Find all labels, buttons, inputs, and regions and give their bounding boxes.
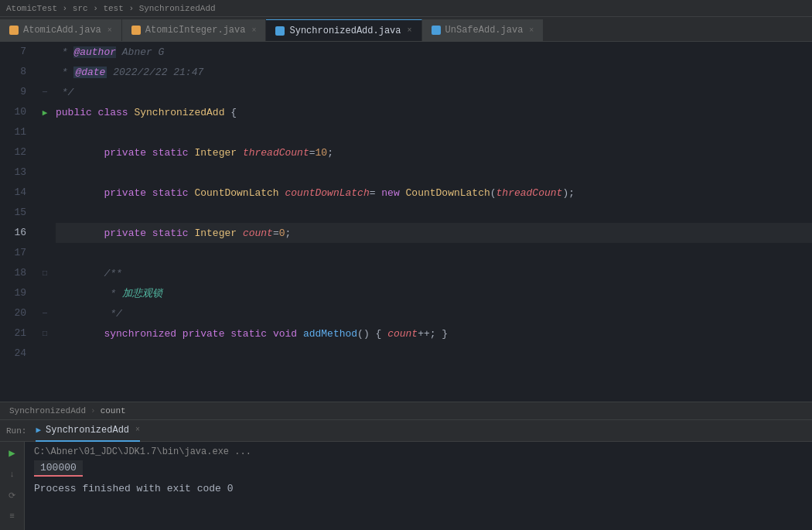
code-7-prefix: * — [56, 46, 73, 58]
line-num-20: 20 — [0, 303, 31, 323]
gutter-11 — [37, 122, 53, 142]
run-result: 100000 — [34, 460, 83, 477]
tab-icon-atomic-integer — [131, 26, 141, 35]
run-settings-button[interactable]: ≡ — [4, 508, 21, 525]
tab-close-atomic-add[interactable]: × — [107, 26, 112, 35]
code-14-eq: = — [370, 187, 382, 199]
run-panel: Run: ▶ SynchronizedAdd × ▶ ↓ ⟳ ≡ 📌 C:\Ab… — [0, 420, 812, 530]
tab-synchronized-add[interactable]: SynchronizedAdd.java × — [266, 19, 421, 41]
line-num-12: 12 — [0, 142, 31, 162]
tab-unsafe-add[interactable]: UnSafeAdd.java × — [422, 19, 544, 41]
line-num-18: 18 — [0, 263, 31, 283]
code-line-19: * 加悲观锁 — [56, 283, 812, 303]
code-line-15 — [56, 203, 812, 223]
tab-label-synchronized-add: SynchronizedAdd.java — [289, 26, 401, 36]
code-line-16: private static Integer count=0; — [56, 223, 812, 243]
code-14-new: new — [381, 187, 405, 199]
gutter-16 — [37, 223, 53, 243]
code-12-private: private — [104, 147, 152, 159]
code-14-arg: threadCount — [496, 187, 563, 199]
run-play-button[interactable]: ▶ — [4, 445, 21, 461]
code-12-type: Integer — [194, 147, 242, 159]
code-line-17 — [56, 243, 812, 263]
tab-label-atomic-add: AtomicAdd.java — [23, 25, 101, 36]
editor-area: 7 8 9 10 11 12 13 14 15 16 17 18 19 20 2… — [0, 42, 812, 402]
code-20-indent — [56, 308, 110, 320]
run-icon-10[interactable]: ▶ — [43, 108, 48, 118]
gutter-18: □ — [37, 263, 53, 283]
run-tab-synchronized[interactable]: ▶ SynchronizedAdd × — [36, 420, 140, 442]
breadcrumb-member: count — [101, 406, 126, 415]
code-10-class: class — [98, 107, 135, 118]
tab-label-unsafe-add: UnSafeAdd.java — [445, 25, 524, 36]
line-num-21: 21 — [0, 323, 31, 344]
line-numbers: 7 8 9 10 11 12 13 14 15 16 17 18 19 20 2… — [0, 42, 37, 402]
gutter-12 — [37, 142, 53, 162]
code-10-classname: SynchronizedAdd — [134, 107, 230, 118]
run-command: C:\Abner\01_JDC\JDK1.7\bin\java.exe ... — [34, 446, 803, 457]
code-8-date-val: 2022/2/22 21:47 — [107, 67, 203, 78]
code-line-24 — [56, 344, 812, 364]
run-tab-close[interactable]: × — [135, 426, 140, 434]
run-rerun-button[interactable]: ⟳ — [4, 487, 21, 503]
breadcrumb-sep: › — [90, 406, 96, 415]
code-16-semi: ; — [285, 227, 292, 239]
fold-icon-9[interactable]: ─ — [43, 88, 47, 97]
code-19-indent — [56, 288, 110, 299]
fold-icon-18[interactable]: □ — [43, 269, 47, 278]
code-12-semi: ; — [327, 147, 333, 159]
tab-close-synchronized-add[interactable]: × — [408, 26, 412, 35]
code-16-indent — [56, 227, 104, 239]
gutter: ─ ▶ □ ─ □ — [37, 42, 53, 402]
breadcrumb-bar: SynchronizedAdd › count — [0, 402, 812, 420]
tab-atomic-add[interactable]: AtomicAdd.java × — [0, 19, 122, 41]
line-num-17: 17 — [0, 243, 31, 263]
code-19-star: * — [110, 288, 122, 299]
code-21-indent — [56, 328, 104, 340]
run-stop-button[interactable]: ↓ — [4, 466, 21, 482]
code-7-author-val: Abner G — [116, 46, 164, 58]
line-num-15: 15 — [0, 203, 31, 223]
code-12-val: 10 — [316, 147, 328, 159]
line-num-16: 16 — [0, 223, 31, 243]
run-sidebar: ▶ ↓ ⟳ ≡ 📌 — [0, 442, 25, 530]
code-18-indent — [56, 268, 104, 279]
code-19-cn: 加悲观锁 — [122, 286, 162, 300]
code-8-date-tag: @date — [73, 67, 107, 78]
code-line-13 — [56, 162, 812, 183]
code-line-14: private static CountDownLatch countDownL… — [56, 183, 812, 203]
tab-icon-unsafe-add — [432, 26, 441, 35]
code-21-method: addMethod — [303, 328, 357, 340]
code-line-21: synchronized private static void addMeth… — [56, 323, 812, 344]
gutter-24 — [37, 344, 53, 364]
code-12-var: threadCount — [243, 147, 309, 159]
code-7-author-tag: @author — [73, 46, 116, 58]
tab-icon-atomic-add — [9, 26, 19, 35]
line-num-7: 7 — [0, 42, 31, 62]
gutter-10[interactable]: ▶ — [37, 102, 53, 122]
tab-close-unsafe-add[interactable]: × — [529, 26, 534, 35]
code-14-private: private — [104, 187, 152, 199]
code-21-private: private — [183, 328, 230, 340]
line-num-13: 13 — [0, 162, 31, 183]
code-14-indent — [56, 187, 104, 199]
fold-icon-21[interactable]: □ — [43, 330, 47, 338]
gutter-20: ─ — [37, 303, 53, 323]
fold-icon-20[interactable]: ─ — [43, 309, 47, 318]
tab-close-atomic-integer[interactable]: × — [251, 26, 256, 35]
gutter-17 — [37, 243, 53, 263]
gutter-15 — [37, 203, 53, 223]
code-16-eq: = — [273, 227, 279, 239]
run-label: Run: — [6, 426, 26, 436]
line-num-8: 8 — [0, 62, 31, 82]
code-14-ctor: CountDownLatch — [406, 187, 490, 199]
run-body: ▶ ↓ ⟳ ≡ 📌 C:\Abner\01_JDC\JDK1.7\bin\jav… — [0, 442, 812, 530]
line-num-10: 10 — [0, 102, 31, 122]
code-14-var: countDownLatch — [285, 187, 369, 199]
code-14-type: CountDownLatch — [194, 187, 285, 199]
line-num-19: 19 — [0, 283, 31, 303]
tab-atomic-integer[interactable]: AtomicInteger.java × — [122, 19, 267, 41]
line-num-11: 11 — [0, 122, 31, 142]
gutter-19 — [37, 283, 53, 303]
code-21-parens: () { — [357, 328, 387, 340]
